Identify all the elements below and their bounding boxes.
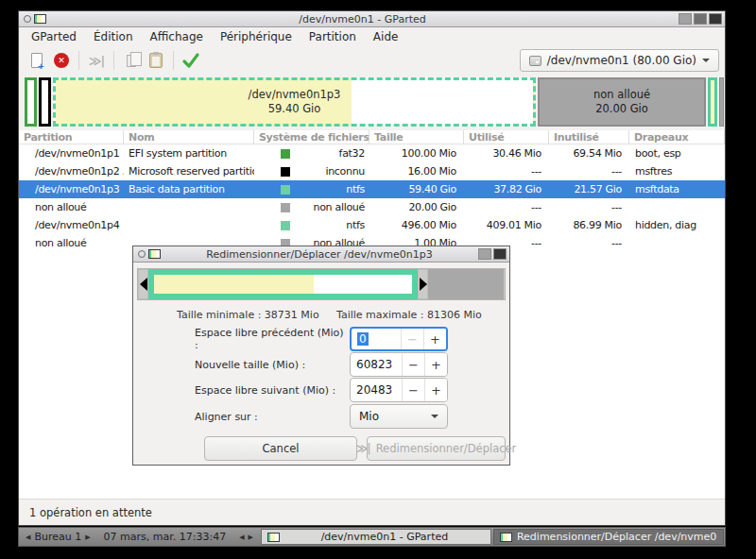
scroll-right-icon[interactable]: ▶ (249, 534, 253, 541)
taskbar-item-gparted[interactable]: /dev/nvme0n1 - GParted (261, 529, 491, 545)
plus-icon[interactable]: + (424, 353, 447, 376)
fs-color-swatch (281, 167, 290, 177)
spin-value[interactable]: 0 (357, 332, 369, 346)
free-space-preceding-spinbox[interactable]: 0 − + (350, 327, 448, 351)
minus-icon[interactable]: − (402, 379, 424, 401)
gparted-app-icon (267, 533, 280, 542)
scroll-left-icon[interactable]: ◀ (239, 534, 244, 541)
apply-operations-button[interactable] (179, 49, 203, 72)
menu-edition[interactable]: Édition (85, 28, 142, 45)
device-selector-label: /dev/nvme0n1 (80.00 Gio) (547, 54, 696, 67)
workspace-label: Bureau 1 (34, 531, 81, 543)
taskbar: ◀ Bureau 1 ▶ 07 mars, mar. 17:33:47 ◀ ▶ … (18, 527, 726, 547)
diskbar-segment-p2[interactable] (39, 77, 51, 127)
column-header-nom[interactable]: Nom (124, 130, 254, 144)
diskbar-unalloc-label: non alloué (593, 88, 650, 102)
partition-label: EFI system partition (124, 147, 254, 160)
resize-move-button[interactable]: ≫| (84, 49, 109, 72)
free-space-preceding-label: Espace libre précédent (Mio) : (195, 327, 350, 351)
diskbar-segment-unallocated-2[interactable] (719, 77, 724, 127)
toolbar-separator (78, 51, 79, 70)
plus-icon[interactable]: + (424, 379, 447, 401)
cancel-button[interactable]: Cancel (204, 436, 357, 461)
unused-value: --- (549, 201, 629, 213)
menu-partition[interactable]: Partition (301, 28, 365, 45)
minimize-button[interactable] (679, 13, 692, 25)
new-size-row: Nouvelle taille (Mio) : 60823 − + (195, 352, 448, 377)
table-row[interactable]: /dev/nvme0n1p4 ntfs 496.00 Mio 409.01 Mi… (19, 216, 725, 234)
dialog-titlebar[interactable]: Redimensionner/Déplacer /dev/nvme0n1p3 (133, 246, 509, 263)
unused-value: 86.99 Mio (549, 219, 629, 231)
align-to-value: Mio (359, 410, 431, 423)
size-value: 496.00 Mio (369, 219, 464, 231)
table-row[interactable]: /dev/nvme0n1p2⚠ Microsoft reserved parti… (19, 162, 725, 180)
table-header: Partition Nom Système de fichiers Taille… (19, 130, 725, 144)
resize-handle-left[interactable] (138, 269, 148, 299)
used-value: 409.01 Mio (464, 219, 549, 231)
menu-peripherique[interactable]: Périphérique (212, 28, 301, 45)
taskbar-item-resize-dialog[interactable]: Redimensionner/Déplacer /dev/nvme0n1p3 (493, 529, 724, 545)
workspace-pager[interactable]: ◀ Bureau 1 ▶ (19, 528, 97, 546)
statusbar: 1 opération en attente (19, 499, 725, 525)
minus-icon[interactable]: − (401, 329, 423, 349)
chevron-down-icon (702, 59, 710, 62)
table-row[interactable]: /dev/nvme0n1p1 EFI system partition fat3… (19, 144, 725, 162)
column-header-inutilise[interactable]: Inutilisé (549, 130, 629, 144)
spin-value[interactable]: 20483 (351, 379, 402, 401)
free-space-following-spinbox[interactable]: 20483 − + (350, 378, 448, 402)
resize-partition-area[interactable] (148, 269, 418, 299)
minus-icon[interactable]: − (402, 353, 424, 376)
diskbar-segment-p3-selected[interactable]: /dev/nvme0n1p3 59.40 Gio (53, 77, 536, 127)
gparted-app-icon (500, 533, 512, 542)
toolbar: + ✕ ≫| /dev/nvme0n1 (80.00 Gio) (19, 46, 725, 75)
new-size-spinbox[interactable]: 60823 − + (350, 352, 448, 377)
menu-gparted[interactable]: GParted (23, 28, 85, 45)
table-row[interactable]: non alloué non alloué 20.00 Gio --- --- (19, 198, 725, 216)
dialog-window-menu-icon[interactable] (138, 250, 146, 258)
diskbar-segment-p1[interactable] (25, 77, 37, 127)
column-header-drapeaux[interactable]: Drapeaux (629, 130, 725, 144)
window-titlebar[interactable]: /dev/nvme0n1 - GParted (19, 11, 725, 27)
close-button[interactable] (709, 13, 722, 25)
device-selector[interactable]: /dev/nvme0n1 (80.00 Gio) (520, 49, 719, 72)
task-scroll-arrows[interactable]: ◀ ▶ (232, 528, 260, 546)
delete-partition-button[interactable]: ✕ (49, 49, 74, 72)
resize-handle-right[interactable] (418, 269, 428, 299)
diskbar-segment-unallocated[interactable]: non alloué 20.00 Gio (538, 77, 706, 127)
window-title: /dev/nvme0n1 - GParted (46, 13, 679, 25)
dialog-minimize-button[interactable] (478, 248, 491, 260)
fs-color-swatch (281, 221, 290, 230)
align-to-row: Aligner sur : Mio (195, 404, 448, 429)
maximize-button[interactable] (694, 13, 707, 25)
disk-visual-bar: /dev/nvme0n1p3 59.40 Gio non alloué 20.0… (19, 75, 725, 130)
used-value: --- (464, 201, 549, 213)
menu-affichage[interactable]: Affichage (142, 28, 212, 45)
drive-icon (529, 56, 541, 66)
unused-value: --- (549, 237, 629, 249)
cancel-button-label: Cancel (263, 442, 300, 455)
dialog-close-button[interactable] (493, 248, 507, 260)
size-value: 100.00 Mio (369, 147, 464, 160)
spin-value[interactable]: 60823 (351, 353, 402, 376)
new-partition-button[interactable]: + (25, 49, 49, 72)
window-menu-icon[interactable] (24, 15, 31, 23)
plus-icon[interactable]: + (423, 329, 446, 349)
table-row-selected[interactable]: /dev/nvme0n1p3 Basic data partition ntfs… (19, 180, 725, 198)
used-value: 37.82 Gio (464, 183, 549, 195)
column-header-filesystem[interactable]: Système de fichiers (254, 130, 369, 144)
column-header-taille[interactable]: Taille (369, 130, 464, 144)
column-header-partition[interactable]: Partition (19, 130, 124, 144)
paste-button[interactable] (144, 49, 168, 72)
align-to-dropdown[interactable]: Mio (350, 404, 448, 429)
size-value: 16.00 Mio (369, 165, 464, 178)
next-workspace-icon[interactable]: ▶ (85, 534, 90, 541)
fs-type: fat32 (290, 147, 369, 160)
menu-aide[interactable]: Aide (365, 28, 407, 45)
diskbar-segment-p4[interactable] (708, 77, 717, 127)
resize-move-confirm-button[interactable]: ≫| Redimensionner/Déplacer (367, 436, 506, 461)
gparted-app-icon (34, 14, 46, 24)
copy-button[interactable] (119, 49, 144, 72)
partition-name: non alloué (35, 237, 87, 249)
column-header-utilise[interactable]: Utilisé (464, 130, 549, 144)
prev-workspace-icon[interactable]: ◀ (26, 534, 30, 541)
